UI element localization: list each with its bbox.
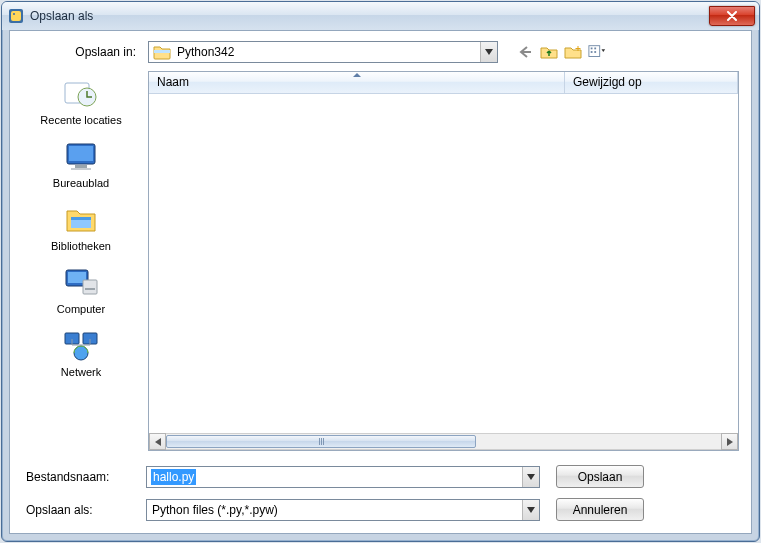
filename-input[interactable]: hallo.py: [147, 467, 522, 487]
save-button[interactable]: Opslaan: [556, 465, 644, 488]
libraries-icon: [61, 203, 101, 237]
svg-rect-19: [83, 280, 97, 294]
back-arrow-icon: [517, 45, 533, 59]
filename-value: hallo.py: [151, 469, 196, 485]
place-network[interactable]: Netwerk: [22, 329, 140, 378]
save-as-dialog: Opslaan als Opslaan in: Python342: [1, 1, 760, 542]
listing-body[interactable]: [149, 94, 738, 433]
chevron-down-icon: [527, 507, 535, 513]
scroll-thumb[interactable]: [166, 435, 476, 448]
file-listing: Naam Gewijzigd op: [148, 71, 739, 451]
titlebar[interactable]: Opslaan als: [2, 2, 759, 30]
svg-rect-20: [85, 288, 95, 290]
filetype-row: Opslaan als: Python files (*.py,*.pyw) A…: [22, 498, 739, 521]
chevron-left-icon: [155, 438, 161, 446]
location-combo[interactable]: Python342: [148, 41, 498, 63]
location-value: Python342: [175, 45, 480, 59]
svg-rect-4: [589, 46, 600, 57]
location-dropdown-button[interactable]: [480, 42, 497, 62]
scroll-right-button[interactable]: [721, 433, 738, 450]
window-title: Opslaan als: [30, 9, 709, 23]
filetype-combo[interactable]: Python files (*.py,*.pyw): [146, 499, 540, 521]
svg-rect-3: [154, 50, 170, 53]
place-libraries[interactable]: Bibliotheken: [22, 203, 140, 252]
chevron-right-icon: [727, 438, 733, 446]
places-bar: Recente locaties Bureaublad: [22, 71, 140, 451]
listing-header: Naam Gewijzigd op: [149, 72, 738, 94]
chevron-down-icon: [527, 474, 535, 480]
column-header-modified[interactable]: Gewijzigd op: [565, 72, 738, 93]
svg-point-2: [13, 13, 15, 15]
network-icon: [61, 329, 101, 363]
filename-dropdown-button[interactable]: [522, 467, 539, 487]
svg-rect-12: [69, 146, 93, 161]
column-name-label: Naam: [157, 75, 189, 89]
place-label: Bureaublad: [53, 177, 109, 189]
scroll-left-button[interactable]: [149, 433, 166, 450]
svg-rect-7: [591, 51, 593, 53]
filetype-label: Opslaan als:: [22, 503, 140, 517]
filetype-display: Python files (*.py,*.pyw): [147, 500, 522, 520]
svg-rect-16: [71, 217, 91, 220]
filetype-value: Python files (*.py,*.pyw): [152, 503, 278, 517]
svg-rect-14: [71, 168, 91, 170]
svg-rect-5: [591, 48, 593, 50]
filetype-dropdown-button[interactable]: [522, 500, 539, 520]
cancel-button[interactable]: Annuleren: [556, 498, 644, 521]
svg-rect-1: [11, 11, 21, 21]
nav-toolbar: [516, 43, 606, 61]
filename-label: Bestandsnaam:: [22, 470, 140, 484]
column-modified-label: Gewijzigd op: [573, 75, 642, 89]
scroll-track[interactable]: [166, 433, 721, 450]
recent-locations-icon: [61, 77, 101, 111]
cancel-button-label: Annuleren: [573, 503, 628, 517]
place-label: Recente locaties: [40, 114, 121, 126]
new-folder-button[interactable]: [564, 43, 582, 61]
save-button-label: Opslaan: [578, 470, 623, 484]
body-row: Recente locaties Bureaublad: [22, 71, 739, 451]
close-button[interactable]: [709, 6, 755, 26]
place-computer[interactable]: Computer: [22, 266, 140, 315]
folder-icon: [149, 44, 175, 60]
view-menu-icon: [588, 44, 606, 60]
place-label: Bibliotheken: [51, 240, 111, 252]
up-one-level-button[interactable]: [540, 43, 558, 61]
location-label: Opslaan in:: [22, 45, 140, 59]
app-icon: [8, 8, 24, 24]
place-label: Computer: [57, 303, 105, 315]
filename-row: Bestandsnaam: hallo.py Opslaan: [22, 465, 739, 488]
place-label: Netwerk: [61, 366, 101, 378]
view-menu-button[interactable]: [588, 43, 606, 61]
client-area: Opslaan in: Python342: [9, 30, 752, 534]
place-recent[interactable]: Recente locaties: [22, 77, 140, 126]
bottom-form: Bestandsnaam: hallo.py Opslaan: [22, 451, 739, 521]
place-desktop[interactable]: Bureaublad: [22, 140, 140, 189]
horizontal-scrollbar[interactable]: [149, 433, 738, 450]
svg-rect-13: [75, 165, 87, 168]
svg-rect-8: [594, 51, 596, 53]
computer-icon: [61, 266, 101, 300]
filename-combo[interactable]: hallo.py: [146, 466, 540, 488]
back-button[interactable]: [516, 43, 534, 61]
location-row: Opslaan in: Python342: [22, 41, 739, 71]
desktop-icon: [61, 140, 101, 174]
new-folder-icon: [564, 44, 582, 60]
close-icon: [726, 11, 738, 21]
chevron-down-icon: [485, 49, 493, 55]
svg-rect-6: [594, 48, 596, 50]
folder-up-icon: [540, 44, 558, 60]
column-header-name[interactable]: Naam: [149, 72, 565, 93]
